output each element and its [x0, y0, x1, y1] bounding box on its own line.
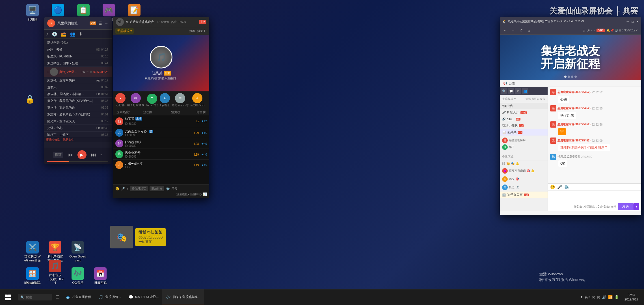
qq-minimize-btn[interactable]: ─ — [627, 20, 629, 23]
sidebar-chat-icon[interactable]: 💬 — [508, 88, 514, 94]
hold-speak-btn[interactable]: 按住Alt说话 — [130, 186, 148, 191]
music-player-close-icon[interactable]: → — [104, 21, 108, 25]
desktop-icon-computer[interactable]: 🖥️ 此电脑 — [23, 3, 42, 30]
qq-sidebar[interactable]: 🔍 💬 ⚙ 👥 主席模式 ▾ 管理员可以发言 房间公告 — [500, 87, 548, 211]
recommend-label[interactable]: 推荐 — [189, 29, 195, 33]
qq-send-button[interactable]: 发送 — [618, 203, 634, 210]
qq-win-icons-row[interactable]: 🔔 📌 🖥️ ⊞ 3:36(5/81) ✕ — [605, 29, 639, 32]
tray-lang[interactable]: 英 K — [585, 295, 591, 299]
vip-btn[interactable]: VIP — [597, 29, 604, 32]
sidebar-item-xiaos[interactable]: 吃鸡小分队 (1) — [500, 122, 548, 129]
sidebar-user-evil[interactable]: 👿 惡魔密密麻麻 🎯 🔔 — [500, 167, 548, 175]
eq-icon[interactable]: ≈ — [101, 153, 103, 157]
nav-social-icon[interactable]: 👥 — [70, 31, 75, 37]
prev-button[interactable]: ⏮ — [68, 152, 73, 158]
settings-btn[interactable]: ⚙️ — [564, 185, 569, 189]
mode-dropdown[interactable]: 天堂模式 ▾ — [115, 28, 134, 34]
taskbar-item-stream[interactable]: 🎶 仙某某音乐盛典晚... — [162, 289, 204, 305]
song-item-cai[interactable]: 蔡依林、周杰伦 - 布拉格… HD 04:54 — [44, 91, 112, 98]
sidebar-members-icon[interactable]: 👥 — [522, 88, 528, 94]
volume-icon[interactable]: 🔊 — [602, 295, 606, 299]
sort-label[interactable]: 排量 11 — [197, 29, 207, 33]
taskbar-item-douyu[interactable]: 🐟 斗鱼直播伴侣 — [62, 289, 94, 305]
song-item-zhou[interactable]: 周杰伦 - 反方向的钟 HD 04:17 — [44, 77, 112, 84]
nav-album-icon[interactable]: 💿 — [52, 31, 57, 37]
app-center-label[interactable]: 应用中心 — [190, 192, 202, 196]
tray-simple[interactable]: 简 — [597, 295, 600, 299]
song-item-chen[interactable]: 陈柯宇 - 生僻字 03:36 — [44, 132, 112, 137]
user-item-you[interactable]: 尤 尤高金全不亏心 管 ID 30090 L29 ★45 — [113, 127, 209, 138]
next-button[interactable]: ⏭ — [91, 152, 96, 158]
qq-nav-share-icon[interactable]: ↗ — [587, 28, 590, 33]
delete-icon[interactable]: ✕ — [90, 70, 92, 74]
qq-nav-star-icon[interactable]: ☆ — [582, 28, 586, 33]
taskbar-start-button[interactable] — [0, 289, 16, 305]
mic-icon[interactable]: 🎤 — [121, 187, 125, 191]
song-item-ni[interactable]: 逆书人 03:02 — [44, 84, 112, 91]
qq-nav-forward[interactable]: → — [510, 27, 516, 33]
show-desktop-button[interactable] — [642, 289, 644, 305]
face-icon[interactable]: 😊 — [115, 187, 119, 191]
settings-icon[interactable]: ⚙️ — [166, 187, 170, 191]
qq-nav-refresh[interactable]: ↺ — [518, 27, 524, 33]
sidebar-item-kge[interactable]: 🎤 K 歌大厅 (45) — [500, 109, 548, 116]
song-item-luo[interactable]: 罗进纳提、囧牛 - 狂途 03:41 — [44, 60, 112, 67]
user-list[interactable]: 仙 仙某某 主播 ID 88080 L7 ★12 尤 — [113, 115, 209, 184]
qq-nav-back[interactable]: ← — [502, 27, 508, 33]
emoji-btn[interactable]: 😊 — [550, 185, 555, 189]
qq-nav-home[interactable]: ⌂ — [526, 27, 532, 33]
desktop-icon-riyi[interactable]: 📅 日服密码 — [90, 266, 110, 286]
taskbar-item-music[interactable]: 🎵 音乐·蜜蜂... — [94, 289, 124, 305]
qq-send-dropdown[interactable]: ▼ — [634, 203, 639, 210]
song-item-luo2[interactable]: 罗志祥 - 爱我角色 (KTV版伴奏) 04:51 — [44, 111, 112, 118]
nav-music-icon[interactable]: ♪ — [46, 32, 48, 37]
user-item-hao[interactable]: 好 好有感·惊叹 ID 90782 L28 ★40 — [113, 138, 209, 149]
taskbar-item-qq[interactable]: 💬 50717173·欢迎... — [124, 289, 162, 305]
sidebar-settings-icon[interactable]: ⚙ — [515, 88, 521, 94]
user-item-bei[interactable]: 北 北低♥长胸模 ID ? L19 ★15 — [113, 160, 209, 170]
mode-label[interactable]: 循环 — [53, 152, 63, 158]
sidebar-tuoen[interactable]: 托 托恩. 🎵 — [500, 183, 548, 192]
user-item-main[interactable]: 仙 仙某某 主播 ID 88080 L7 ★12 — [113, 115, 209, 127]
desktop-icon-qqmusic[interactable]: 🎶 QQ音乐 — [68, 266, 88, 286]
stream-mode-label[interactable]: 流量模板▾ — [176, 192, 189, 196]
qq-close-btn[interactable]: ✕ — [636, 20, 639, 23]
qq-nav-more-icon[interactable]: ⋯ — [591, 28, 595, 33]
qq-maximize-btn[interactable]: □ — [632, 20, 634, 23]
song-item-mifeng[interactable]: + 蜜蜂少女队 - 我是女生 HD ♡ ✕ 00:53/03:25 — [44, 67, 112, 77]
song-item-huang2[interactable]: 黄立行 - 我是你的谁 03:35 — [44, 104, 112, 111]
sidebar-jintou[interactable]: 锦 锦头 🎯 — [500, 175, 548, 183]
qq-chat-messages[interactable]: 惡 惡魔密密麻麻(367775452) 22:32:52 心跳 惡 惡魔密密麻麻… — [548, 87, 641, 183]
sidebar-item-mizi[interactable]: 🏢 祢子办公室 (6) — [500, 192, 548, 198]
group-member-88[interactable]: 88 👑 🎭 🔔 — [500, 161, 548, 167]
play-music-btn[interactable]: 播放伴奏 — [150, 186, 164, 191]
song-item-zhao[interactable]: 赵珂 - 云长 HD 04:27 — [44, 46, 112, 53]
nav-radio-icon[interactable]: 📻 — [61, 31, 66, 37]
desktop-icon-luo[interactable]: 🎵 罗志音乐（艾荐）8.24 — [45, 259, 65, 286]
record-label[interactable]: 录音 — [172, 187, 177, 191]
song-item-guang[interactable]: 光泽 - 空心 HD 04:39 — [44, 125, 112, 132]
music-player-menu-icon[interactable]: ☰ — [98, 21, 102, 25]
music-stream-icon[interactable]: ♪ — [127, 187, 128, 190]
taskbar-clock[interactable]: 22:37 2019/9/27 — [621, 293, 642, 302]
song-item-huang1[interactable]: 黄立行 - 我是你的谁 (KTV版伴…) 03:35 — [44, 98, 112, 104]
user-item-feng[interactable]: 风 风金全不亏 ID 30093 L19 ★40 — [113, 149, 209, 160]
qq-input-field[interactable] — [548, 191, 641, 202]
sidebar-item-active[interactable]: 📋 仙某某 (1) — [500, 129, 548, 136]
voice-btn[interactable]: 🎤 — [557, 185, 562, 189]
sidebar-item-shr[interactable]: 🔊 Shr... (6) — [500, 116, 548, 122]
tray-icon-1[interactable]: ⬆ — [580, 295, 583, 299]
cortana-search[interactable]: 🔍 搜索 — [18, 294, 52, 300]
nav-download-icon[interactable]: ⬇ — [79, 31, 83, 37]
progress-bar[interactable] — [47, 161, 108, 162]
tray-input[interactable]: 简 — [592, 295, 595, 299]
play-button[interactable]: ▶ — [77, 150, 87, 159]
task-view-button[interactable]: ❑ — [53, 289, 62, 305]
song-item-hu[interactable]: 胡彦斌 - FUNRUN 03:13 — [44, 53, 112, 60]
network-icon[interactable]: 📶 — [608, 295, 613, 299]
song-item-lu[interactable]: 陆光荣 - 童话破灭天 03:12 — [44, 118, 112, 125]
sidebar-search-icon[interactable]: 🔍 — [501, 88, 507, 94]
desktop-icon-win10[interactable]: 🪟 Win10激活 — [23, 266, 42, 286]
music-list[interactable]: 赵珂 - 云长 HD 04:27 胡彦斌 - FUNRUN 03:13 罗进纳提… — [44, 46, 112, 137]
heart-icon[interactable]: ♡ — [86, 70, 89, 74]
